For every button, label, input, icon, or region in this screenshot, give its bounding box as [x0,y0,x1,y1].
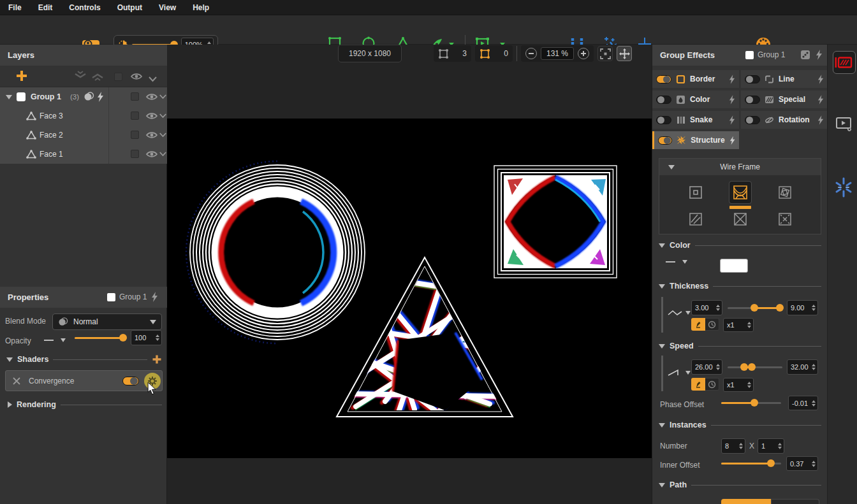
layers-visibility-toggle[interactable] [130,71,143,84]
add-layer-button[interactable] [15,69,28,85]
fit-to-screen-button[interactable] [597,46,613,61]
inner-offset-field[interactable]: 0.37 [786,456,818,471]
flash-icon[interactable] [729,95,735,104]
thickness-range-slider[interactable] [728,303,782,312]
rendering-section-header[interactable]: Rendering [8,400,162,409]
group-select-checkbox[interactable] [131,92,139,101]
instances-number-field[interactable]: 8 [721,438,745,454]
path-section-header[interactable]: Path [659,480,821,489]
thickness-clock-button[interactable] [705,318,719,331]
render-viewport[interactable] [167,119,652,458]
spinner[interactable] [716,305,720,311]
wireframe-mode-cross[interactable] [729,208,751,230]
opacity-value-field[interactable]: 100 [131,330,162,345]
spinner[interactable] [716,364,720,370]
face-select-checkbox[interactable] [131,131,139,139]
chevron-down-icon[interactable] [159,94,166,99]
shader-enable-toggle[interactable] [122,377,139,385]
pan-tool-button[interactable] [617,46,632,61]
menu-help[interactable]: Help [184,3,217,12]
layer-row-face-3[interactable]: Face 3 [0,106,167,126]
group-color-swatch[interactable] [17,92,26,101]
menu-file[interactable]: File [0,3,30,12]
effect-rotation[interactable]: Rotation [741,111,828,129]
effect-rotation-toggle[interactable] [745,116,760,124]
opacity-spinner[interactable] [156,335,159,341]
speed-max-handle[interactable] [748,363,756,371]
wireframe-mode-slashes[interactable] [685,208,707,230]
eye-icon[interactable] [145,130,158,140]
layer-row-group-1[interactable]: Group 1 (3) [0,87,167,106]
phase-offset-slider[interactable] [721,398,781,407]
freeze-button[interactable] [834,177,853,200]
effect-color[interactable]: Color [652,90,739,108]
menu-output[interactable]: Output [109,3,150,12]
instances-section-header[interactable]: Instances [659,421,821,429]
path-direction-segment-left[interactable] [721,499,771,504]
effect-snake-toggle[interactable] [656,116,671,124]
color-curve-selector[interactable] [665,258,687,266]
effect-line[interactable]: Line [741,70,828,88]
opacity-slider[interactable] [75,333,127,342]
opacity-curve-selector[interactable] [43,336,66,344]
effect-line-toggle[interactable] [745,75,760,83]
flash-icon[interactable] [817,115,824,125]
thickness-min-field[interactable]: 3.00 [691,300,722,315]
blend-mode-dropdown[interactable]: Normal [52,313,162,330]
effect-structure[interactable]: Structure [652,131,739,149]
face-select-checkbox[interactable] [131,150,139,158]
add-shader-button[interactable] [152,354,162,364]
randomize-dice-icon[interactable] [800,50,810,60]
remove-shader-icon[interactable] [12,377,21,385]
speed-curve-selector[interactable] [668,368,691,377]
spinner[interactable] [812,400,816,407]
chevron-down-icon[interactable] [159,133,166,138]
flash-icon[interactable] [729,75,735,84]
face-shape-circle[interactable] [186,161,365,343]
player-settings-button[interactable] [835,116,853,135]
layers-collapse-button[interactable] [149,73,157,85]
spinner[interactable] [812,305,816,311]
thickness-min-handle[interactable] [751,304,758,312]
layer-row-face-2[interactable]: Face 2 [0,126,167,145]
chevron-down-icon[interactable] [159,113,166,119]
zoom-in-button[interactable] [578,48,589,59]
speed-min-field[interactable]: 26.00 [691,359,722,375]
effect-snake[interactable]: Snake [652,111,739,129]
thickness-manual-button[interactable] [691,318,705,331]
spinner[interactable] [747,322,751,328]
thickness-wave-selector[interactable] [668,308,691,317]
effect-color-toggle[interactable] [656,96,671,104]
speed-range-slider[interactable] [728,363,782,371]
path-direction-segment-right[interactable] [771,499,819,504]
eye-icon[interactable] [145,111,158,121]
speed-clock-button[interactable] [705,378,719,391]
color-section-header[interactable]: Color [659,241,821,250]
shader-row-convergence[interactable]: Convergence [5,370,163,391]
effect-border[interactable]: Border [652,70,739,88]
effect-special-toggle[interactable] [745,96,760,104]
spinner[interactable] [778,443,782,449]
eye-icon[interactable] [145,92,158,102]
spinner[interactable] [812,461,816,467]
layers-select-all-checkbox[interactable] [114,73,122,81]
move-layer-up-button[interactable] [91,71,104,83]
speed-max-field[interactable]: 32.00 [787,359,818,375]
thickness-max-field[interactable]: 9.00 [787,300,818,315]
wireframe-mode-net[interactable] [729,182,751,203]
thickness-max-handle[interactable] [776,304,784,312]
menu-controls[interactable]: Controls [61,3,108,12]
move-layer-down-button[interactable] [74,71,87,83]
thickness-section-header[interactable]: Thickness [659,282,821,291]
flash-icon[interactable] [817,95,824,104]
eye-icon[interactable] [145,149,158,159]
wireframe-mode-corners[interactable] [774,208,796,230]
phase-offset-field[interactable]: -0.01 [788,396,818,410]
chevron-down-icon[interactable] [159,152,166,157]
active-effect-indicator-button[interactable] [833,51,856,74]
group-disclosure-icon[interactable] [6,95,12,99]
stroke-color-swatch[interactable] [720,259,748,273]
speed-section-header[interactable]: Speed [659,342,821,350]
effect-border-toggle[interactable] [656,75,671,83]
face-shape-triangle[interactable] [337,257,513,417]
